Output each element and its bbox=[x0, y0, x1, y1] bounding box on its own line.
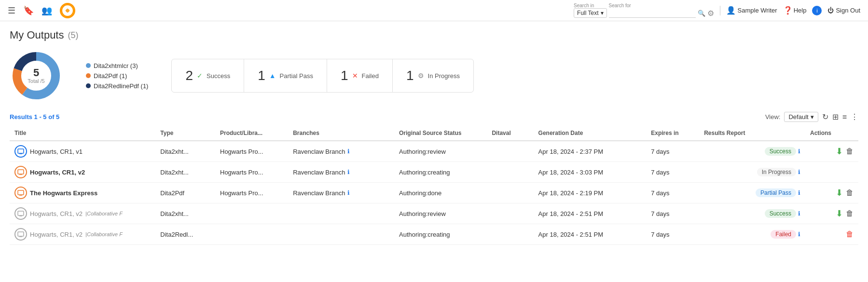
legend-dot-2 bbox=[86, 73, 91, 78]
info-button[interactable]: i bbox=[812, 6, 822, 15]
download-button[interactable]: ⬇ bbox=[836, 208, 843, 219]
table-header: Title Type Product/Libra... Branches Ori… bbox=[10, 126, 858, 141]
branch-info-icon[interactable]: ℹ bbox=[347, 169, 350, 175]
source-status-cell: Authoring:creating bbox=[394, 224, 487, 245]
nav-divider bbox=[720, 6, 720, 15]
report-info-icon[interactable]: ℹ bbox=[798, 189, 800, 196]
action-wrap: 🗑 bbox=[810, 230, 854, 239]
page-title: My Outputs bbox=[10, 29, 64, 41]
title-text[interactable]: Hogwarts, CR1, v2 bbox=[30, 210, 83, 217]
chevron-down-icon: ▾ bbox=[601, 10, 604, 16]
donut-center: 5 Total /5 bbox=[28, 67, 44, 84]
donut-number: 5 bbox=[28, 67, 44, 78]
legend-dot-3 bbox=[86, 83, 91, 88]
signout-button[interactable]: ⏻ Sign Out bbox=[827, 7, 860, 14]
delete-button[interactable]: 🗑 bbox=[846, 230, 854, 239]
report-cell: Partial Passℹ bbox=[699, 183, 805, 203]
col-header-product: Product/Libra... bbox=[215, 126, 288, 141]
branch-info-icon[interactable]: ℹ bbox=[347, 148, 350, 155]
table-row: Hogwarts, CR1, v2|Collaborative FDita2xh… bbox=[10, 203, 858, 224]
partial-count: 1 bbox=[258, 68, 265, 83]
expires-cell: 7 days bbox=[646, 224, 699, 245]
product-cell: Hogwarts Pro... bbox=[215, 141, 288, 162]
report-wrap: Successℹ bbox=[704, 147, 800, 156]
col-header-type: Type bbox=[155, 126, 215, 141]
col-header-source: Original Source Status bbox=[394, 126, 487, 141]
actions-cell: ⬇🗑 bbox=[805, 183, 858, 203]
title-text[interactable]: Hogwarts, CR1, v2 bbox=[30, 231, 83, 238]
title-cell: Hogwarts, CR1, v2|Collaborative F bbox=[14, 228, 151, 241]
branch-cell: Ravenclaw Branchℹ bbox=[288, 141, 394, 162]
success-label: Success bbox=[207, 72, 230, 80]
type-cell: Dita2xht... bbox=[155, 203, 215, 224]
users-icon[interactable]: 👥 bbox=[41, 5, 52, 16]
table-row: Hogwarts, CR1, v2|Collaborative FDita2Re… bbox=[10, 224, 858, 245]
branch-cell bbox=[288, 224, 394, 245]
title-text[interactable]: Hogwarts, CR1, v1 bbox=[30, 148, 83, 155]
branch-text: Ravenclaw Branch bbox=[293, 148, 345, 155]
chart-legend: Dita2xhtmlcr (3) Dita2Pdf (1) Dita2Redli… bbox=[86, 62, 148, 90]
menu-icon[interactable]: ☰ bbox=[8, 5, 15, 16]
row-icon bbox=[14, 187, 27, 199]
more-icon[interactable]: ⋮ bbox=[851, 112, 858, 121]
report-info-icon[interactable]: ℹ bbox=[798, 148, 800, 155]
results-suffix: of 5 bbox=[47, 113, 60, 121]
branch-text: Ravenclaw Branch bbox=[293, 189, 345, 197]
delete-button[interactable]: 🗑 bbox=[846, 147, 854, 156]
status-badge[interactable]: Success bbox=[765, 209, 796, 218]
refresh-icon[interactable]: ↻ bbox=[822, 112, 828, 121]
search-input[interactable] bbox=[609, 8, 696, 18]
branch-wrap: Ravenclaw Branchℹ bbox=[293, 148, 389, 155]
branch-info-icon[interactable]: ℹ bbox=[347, 189, 350, 196]
success-count: 2 bbox=[185, 68, 193, 83]
status-badge[interactable]: In Progress bbox=[757, 168, 796, 176]
report-cell: Successℹ bbox=[699, 141, 805, 162]
download-button[interactable]: ⬇ bbox=[836, 188, 843, 198]
nav-left: ☰ 🔖 👥 bbox=[8, 3, 75, 18]
delete-button[interactable]: 🗑 bbox=[846, 209, 854, 218]
title-text[interactable]: The Hogwarts Express bbox=[30, 189, 97, 197]
view-dropdown[interactable]: Default ▾ bbox=[784, 112, 818, 122]
report-info-icon[interactable]: ℹ bbox=[798, 169, 800, 175]
download-button[interactable]: ⬇ bbox=[836, 146, 843, 157]
legend-label-3: Dita2RedlinePdf (1) bbox=[94, 82, 148, 90]
user-menu[interactable]: 👤 Sample Writer bbox=[726, 6, 777, 15]
legend-label-2: Dita2Pdf (1) bbox=[94, 72, 127, 80]
action-wrap: ⬇🗑 bbox=[810, 208, 854, 219]
title-text[interactable]: Hogwarts, CR1, v2 bbox=[30, 169, 85, 176]
search-in-dropdown[interactable]: Full Text ▾ bbox=[574, 8, 606, 18]
search-icon[interactable]: 🔍 bbox=[698, 10, 705, 17]
search-in-label: Search in bbox=[574, 3, 606, 8]
delete-button[interactable]: 🗑 bbox=[846, 188, 854, 197]
filter-icon[interactable]: ≡ bbox=[842, 113, 847, 121]
title-cell: Hogwarts, CR1, v2|Collaborative F bbox=[14, 207, 151, 220]
filter-icon[interactable]: ⚙ bbox=[707, 9, 714, 18]
inprogress-count: 1 bbox=[406, 68, 414, 83]
branch-cell: Ravenclaw Branchℹ bbox=[288, 162, 394, 183]
bookmark-icon[interactable]: 🔖 bbox=[23, 5, 34, 16]
action-wrap: ⬇🗑 bbox=[810, 146, 854, 157]
columns-icon[interactable]: ⊞ bbox=[832, 112, 839, 121]
status-badge[interactable]: Partial Pass bbox=[756, 188, 796, 197]
legend-item-2: Dita2Pdf (1) bbox=[86, 72, 148, 80]
signout-label: Sign Out bbox=[836, 7, 860, 14]
status-badge[interactable]: Failed bbox=[771, 230, 796, 239]
inprogress-icon: ⚙ bbox=[418, 72, 424, 80]
branch-wrap: Ravenclaw Branchℹ bbox=[293, 169, 389, 176]
help-button[interactable]: ❓ Help bbox=[783, 6, 807, 15]
report-info-icon[interactable]: ℹ bbox=[798, 210, 800, 217]
page-count: (5) bbox=[68, 30, 78, 40]
report-info-icon[interactable]: ℹ bbox=[798, 231, 800, 238]
outputs-table: Title Type Product/Libra... Branches Ori… bbox=[10, 126, 858, 245]
source-status-cell: Authoring:review bbox=[394, 141, 487, 162]
gendate-cell: Apr 18, 2024 - 2:51 PM bbox=[534, 224, 647, 245]
status-badge[interactable]: Success bbox=[765, 147, 796, 156]
row-icon bbox=[14, 207, 27, 220]
results-text: Results 1 - 5 of 5 bbox=[10, 113, 59, 121]
svg-rect-7 bbox=[18, 170, 24, 174]
page-title-row: My Outputs (5) bbox=[10, 29, 858, 41]
report-cell: In Progressℹ bbox=[699, 162, 805, 183]
title-cell: The Hogwarts Express bbox=[14, 187, 151, 199]
check-icon: ✓ bbox=[197, 72, 203, 80]
legend-dot-1 bbox=[86, 63, 91, 68]
